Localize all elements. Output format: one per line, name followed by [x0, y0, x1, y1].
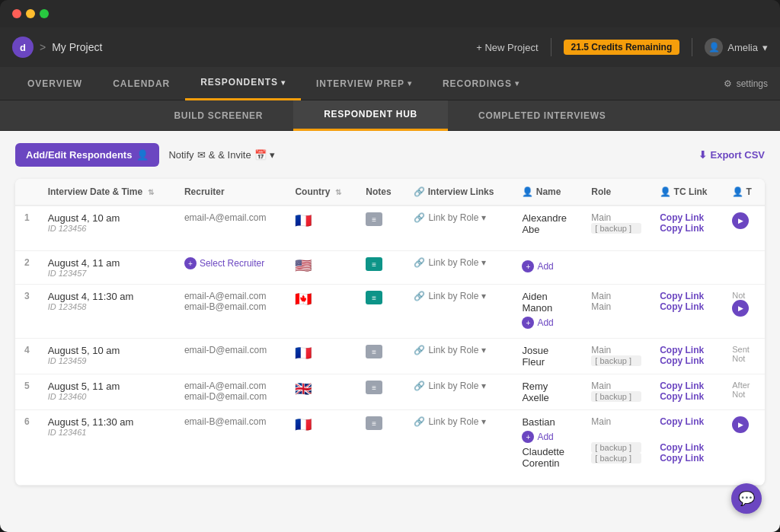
sub-tab-build-screener[interactable]: BUILD SCREENER — [143, 100, 293, 131]
person-name: Claudette — [522, 446, 573, 457]
link-by-role-button[interactable]: 🔗Link by Role▾ — [414, 212, 503, 223]
row-number: 3 — [15, 285, 39, 339]
t-cell: SentNot — [723, 339, 765, 374]
user-dropdown-icon: ▾ — [762, 42, 768, 53]
user-area[interactable]: 👤 Amelia ▾ — [705, 38, 768, 56]
col-header-interview-datetime[interactable]: Interview Date & Time ⇅ — [39, 179, 175, 205]
col-header-interview-links: 🔗 Interview Links — [404, 179, 513, 205]
notify-label: Notify — [168, 149, 193, 161]
link-by-role-button[interactable]: 🔗Link by Role▾ — [414, 381, 503, 391]
link-by-role-button[interactable]: 🔗Link by Role▾ — [414, 416, 503, 427]
copy-link-button[interactable]: Copy Link — [660, 355, 714, 366]
row-number: 4 — [15, 339, 39, 374]
country-flag: 🇨🇦 — [295, 291, 312, 307]
add-label: Add — [537, 317, 553, 328]
interview-links-cell: 🔗Link by Role▾ — [404, 339, 513, 374]
role-cell: Main[ backup ][ backup ] — [582, 410, 651, 486]
interview-links-cell: 🔗Link by Role▾ — [404, 285, 513, 339]
minimize-button[interactable] — [26, 9, 35, 18]
table-row: 6August 5, 11:30 amID 123461email-B@emai… — [15, 410, 765, 486]
sub-tab-completed-interviews[interactable]: COMPLETED INTERVIEWS — [448, 100, 637, 131]
new-project-button[interactable]: + New Project — [476, 42, 538, 53]
project-name[interactable]: My Project — [52, 41, 102, 53]
dropdown-arrow: ▾ — [481, 212, 486, 223]
interview-links-cell: 🔗Link by Role▾ — [404, 374, 513, 410]
recruiter-cell: email-B@email.com — [175, 410, 286, 486]
sub-tab-respondent-hub[interactable]: RESPONDENT HUB — [293, 100, 448, 131]
add-label: Add — [537, 432, 553, 442]
copy-link-button[interactable]: Copy Link — [660, 416, 714, 427]
close-button[interactable] — [12, 9, 21, 18]
notify-invite-button[interactable]: Notify ✉ & & Invite 📅 ▾ — [168, 149, 274, 161]
name-cell: +Add — [513, 251, 582, 285]
play-button[interactable]: ▶ — [732, 300, 749, 317]
notes-cell[interactable]: ≡ — [356, 410, 404, 486]
copy-link-button[interactable]: Copy Link — [660, 212, 714, 223]
copy-link-button[interactable]: Copy Link — [660, 291, 714, 301]
col-header-country[interactable]: Country ⇅ — [286, 179, 356, 205]
maximize-button[interactable] — [40, 9, 49, 18]
chat-bubble-button[interactable]: 💬 — [731, 483, 762, 514]
notes-icon[interactable]: ≡ — [366, 345, 382, 358]
notes-cell[interactable]: ≡ — [356, 285, 404, 339]
add-person-button[interactable]: +Add — [522, 314, 573, 332]
person-icon-3: 👤 — [732, 186, 746, 197]
tab-calendar[interactable]: CALENDAR — [98, 67, 185, 100]
add-person-button[interactable]: +Add — [522, 428, 573, 446]
add-edit-respondents-button[interactable]: Add/Edit Respondents 👤 — [15, 143, 159, 167]
notes-cell[interactable]: ≡ — [356, 374, 404, 410]
t-cell: ▶ — [723, 205, 765, 251]
add-person-button[interactable]: +Add — [522, 257, 573, 276]
plus-icon: + — [522, 317, 534, 329]
copy-link-button[interactable]: Copy Link — [660, 453, 714, 464]
copy-link-button[interactable]: Copy Link — [660, 345, 714, 355]
title-bar — [0, 0, 780, 27]
copy-link-button[interactable]: Copy Link — [660, 381, 714, 391]
notes-cell[interactable]: ≡ — [356, 251, 404, 285]
country-flag: 🇫🇷 — [295, 213, 312, 228]
role-backup: [ backup ] — [591, 223, 641, 234]
copy-link-button[interactable]: Copy Link — [660, 301, 714, 312]
recruiter-cell: +Select Recruiter — [175, 251, 286, 285]
link-by-role-button[interactable]: 🔗Link by Role▾ — [414, 257, 503, 268]
export-csv-button[interactable]: ⬇ Export CSV — [698, 149, 765, 161]
select-recruiter-button[interactable]: +Select Recruiter — [184, 257, 277, 269]
copy-link-button[interactable]: Copy Link — [660, 442, 714, 453]
tab-overview[interactable]: OVERVIEW — [12, 67, 98, 100]
select-recruiter-label: Select Recruiter — [200, 258, 264, 269]
play-button[interactable]: ▶ — [732, 212, 749, 229]
notes-icon[interactable]: ≡ — [366, 381, 382, 394]
link-by-role-button[interactable]: 🔗Link by Role▾ — [414, 291, 503, 301]
date-main: August 5, 10 am — [48, 345, 166, 356]
col-header-num — [15, 179, 39, 205]
tab-respondents[interactable]: RESPONDENTS ▾ — [185, 67, 301, 100]
copy-link-button[interactable]: Copy Link — [660, 391, 714, 402]
link-by-role-label: Link by Role — [428, 381, 478, 391]
notes-icon[interactable]: ≡ — [366, 212, 382, 226]
copy-link-button[interactable]: Copy Link — [660, 223, 714, 234]
interview-date-time-cell: August 5, 10 amID 123459 — [39, 339, 175, 374]
tab-interview-prep[interactable]: INTERVIEW PREP ▾ — [301, 67, 427, 100]
person-name: Manon — [522, 302, 573, 314]
person-icon-2: 👤 — [660, 186, 673, 197]
mail-icon: ✉ — [197, 149, 206, 161]
notes-cell[interactable]: ≡ — [356, 339, 404, 374]
person-name: Bastian — [522, 416, 573, 428]
tab-recordings[interactable]: RECORDINGS ▾ — [427, 67, 535, 100]
sort-icon: ⇅ — [335, 188, 341, 196]
settings-tab[interactable]: ⚙ settings — [724, 78, 768, 89]
notes-icon[interactable]: ≡ — [366, 291, 382, 304]
app-logo[interactable]: d — [12, 37, 34, 58]
amp-label: & — [209, 149, 216, 161]
date-main: August 5, 11:30 am — [48, 416, 166, 428]
dropdown-arrow-icon: ▾ — [270, 149, 275, 161]
notes-cell[interactable]: ≡ — [356, 205, 404, 251]
notes-icon[interactable]: ≡ — [366, 257, 382, 271]
add-respondents-label: Add/Edit Respondents — [26, 149, 132, 161]
plus-icon: + — [522, 260, 534, 272]
link-by-role-button[interactable]: 🔗Link by Role▾ — [414, 345, 503, 355]
play-button[interactable]: ▶ — [732, 416, 749, 433]
t-cell — [723, 251, 765, 285]
date-main: August 4, 11 am — [48, 257, 166, 269]
notes-icon[interactable]: ≡ — [366, 416, 382, 430]
